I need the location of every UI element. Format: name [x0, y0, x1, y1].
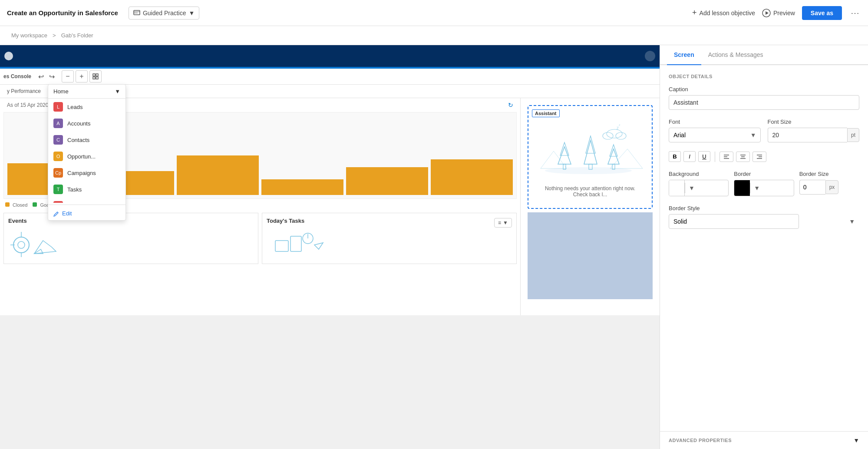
workspace-link[interactable]: My workspace: [11, 32, 47, 39]
border-size-input-wrapper: px: [799, 180, 859, 195]
top-header: Create an Opportunity in Salesforce Guid…: [0, 0, 868, 26]
left-panel: es Console ↩ ↪ − +: [0, 45, 660, 449]
add-lesson-button[interactable]: + Add lesson objective: [692, 8, 755, 17]
border-swatch[interactable]: [734, 180, 750, 196]
sf-logo: [4, 52, 13, 60]
border-size-field: Border Size px: [799, 171, 859, 195]
legend-dot-goal: [33, 202, 37, 207]
refresh-button[interactable]: ↻: [508, 102, 513, 109]
svg-rect-8: [96, 77, 98, 79]
more-icon: ⋯: [851, 8, 859, 18]
tasks-panel: Today's Tasks ≡ ▼: [262, 213, 517, 264]
svg-point-31: [607, 129, 622, 138]
align-center-icon: [740, 154, 746, 160]
tab-actions-messages[interactable]: Actions & Messages: [701, 45, 770, 65]
tasks-illustration: [267, 228, 327, 258]
dropdown-home-label: Home: [53, 88, 69, 95]
svg-marker-23: [560, 142, 569, 155]
italic-button[interactable]: I: [683, 151, 696, 162]
font-field: Font Arial Helvetica Times New Roman ▼: [669, 119, 761, 142]
calendar-icon: Ca: [53, 201, 63, 203]
dropdown-item-opportunities[interactable]: O Opportun...: [48, 148, 125, 165]
save-as-button[interactable]: Save as: [802, 6, 842, 20]
events-panel: Events: [3, 213, 258, 264]
align-left-button[interactable]: [719, 152, 733, 162]
border-style-select-wrapper: Solid Dashed Dotted None ▼: [669, 214, 859, 229]
dropdown-item-tasks[interactable]: T Tasks: [48, 181, 125, 198]
preview-label: Preview: [773, 10, 795, 17]
border-style-group: Border Style Solid Dashed Dotted None ▼: [669, 205, 859, 229]
more-options-button[interactable]: ⋯: [849, 6, 861, 20]
font-row: Font Arial Helvetica Times New Roman ▼ F…: [669, 119, 859, 142]
legend-dot-closed: [5, 202, 10, 207]
dropdown-item-leads[interactable]: L Leads: [48, 99, 125, 115]
undo-button[interactable]: ↩: [36, 71, 46, 83]
background-dropdown-arrow[interactable]: ▼: [685, 183, 698, 193]
caption-input[interactable]: [669, 95, 859, 110]
background-field: Background ▼: [669, 171, 729, 196]
zoom-out-button[interactable]: −: [62, 70, 74, 83]
bg-border-row: Background ▼ Border ▼ Border Size: [669, 171, 859, 196]
border-size-label: Border Size: [799, 171, 859, 177]
assistant-illustration: z z: [532, 121, 645, 177]
border-color-field: Border ▼: [734, 171, 794, 196]
accounts-icon: A: [53, 119, 63, 128]
svg-rect-7: [93, 77, 95, 79]
events-illustration: [8, 228, 60, 258]
align-center-button[interactable]: [736, 152, 750, 162]
save-as-label: Save as: [811, 10, 833, 17]
page-title: Create an Opportunity in Salesforce: [7, 9, 118, 17]
preview-button[interactable]: Preview: [762, 9, 795, 17]
main-layout: es Console ↩ ↪ − +: [0, 45, 868, 449]
header-actions: + Add lesson objective Preview Save as ⋯: [692, 6, 861, 20]
caption-field-group: Caption: [669, 86, 859, 110]
border-label: Border: [734, 171, 794, 177]
font-size-unit: pt: [847, 128, 859, 142]
zoom-in-button[interactable]: +: [76, 70, 88, 83]
guided-practice-icon: [133, 10, 140, 17]
align-right-button[interactable]: [752, 152, 766, 162]
svg-rect-16: [275, 241, 288, 251]
dropdown-item-contacts[interactable]: C Contacts: [48, 132, 125, 148]
dropdown-item-calendar[interactable]: Ca Calendar: [48, 198, 125, 203]
preview-icon: [762, 9, 771, 17]
font-select-wrapper: Arial Helvetica Times New Roman ▼: [669, 128, 761, 142]
tasks-sort-button[interactable]: ≡ ▼: [494, 218, 512, 228]
border-style-select[interactable]: Solid Dashed Dotted None: [669, 214, 799, 229]
tab-screen[interactable]: Screen: [667, 45, 701, 65]
dropdown-item-campaigns[interactable]: Cp Campaigns: [48, 165, 125, 181]
border-size-input[interactable]: [799, 180, 825, 195]
assistant-box: Assistant: [528, 105, 653, 209]
sf-nav-bar: [0, 45, 660, 67]
font-label: Font: [669, 119, 761, 125]
font-select[interactable]: Arial Helvetica Times New Roman: [669, 128, 761, 142]
legend-closed: Closed: [5, 202, 27, 208]
border-dropdown-arrow[interactable]: ▼: [750, 183, 763, 193]
blue-overlay: [528, 212, 653, 299]
fit-button[interactable]: [89, 70, 102, 83]
tasks-icon: T: [53, 185, 63, 194]
campaigns-icon: Cp: [53, 168, 63, 178]
svg-marker-20: [314, 243, 323, 249]
font-size-input[interactable]: [768, 128, 847, 142]
advanced-properties-section[interactable]: ADVANCED PROPERTIES ▼: [660, 431, 868, 449]
background-swatch[interactable]: [669, 180, 685, 196]
sf-toolbar: es Console ↩ ↪ − +: [0, 69, 660, 85]
dropdown-chevron: ▼: [115, 88, 120, 95]
bold-button[interactable]: B: [669, 151, 681, 162]
svg-text:z: z: [619, 123, 620, 126]
contacts-label: Contacts: [67, 137, 89, 143]
bar-closed-5: [346, 167, 428, 195]
dropdown-edit[interactable]: Edit: [48, 207, 125, 220]
edit-label: Edit: [62, 210, 72, 217]
font-size-label: Font Size: [768, 119, 860, 125]
campaigns-label: Campaigns: [67, 170, 96, 176]
border-swatch-wrapper: ▼: [734, 180, 794, 196]
events-title: Events: [8, 218, 254, 224]
bar-closed-6: [431, 159, 513, 195]
dropdown-item-accounts[interactable]: A Accounts: [48, 115, 125, 132]
guided-practice-button[interactable]: Guided Practice ▼: [129, 7, 199, 20]
background-label: Background: [669, 171, 729, 177]
redo-button[interactable]: ↪: [47, 71, 56, 83]
underline-button[interactable]: U: [698, 151, 710, 162]
